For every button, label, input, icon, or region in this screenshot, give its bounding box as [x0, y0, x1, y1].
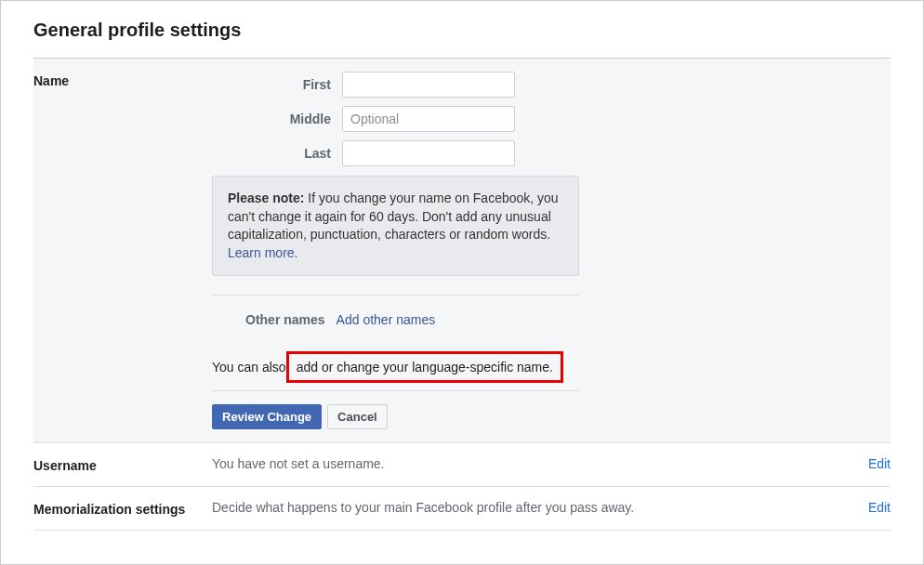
- username-section-label: Username: [33, 456, 212, 473]
- username-section-text: You have not set a username.: [212, 456, 835, 473]
- lang-specific-prefix: You can also: [212, 360, 286, 374]
- middle-name-label: Middle: [212, 112, 342, 126]
- page-title: General profile settings: [33, 20, 891, 41]
- language-specific-name-link[interactable]: add or change your language-specific nam…: [297, 360, 553, 374]
- name-change-note: Please note: If you change your name on …: [212, 176, 579, 276]
- username-edit-link[interactable]: Edit: [868, 456, 891, 471]
- review-change-button[interactable]: Review Change: [212, 404, 322, 429]
- settings-container: General profile settings Name First Midd…: [0, 0, 924, 565]
- name-section-label: Name: [33, 72, 212, 429]
- name-buttons-row: Review Change Cancel: [212, 390, 579, 429]
- add-other-names-link[interactable]: Add other names: [337, 312, 436, 327]
- first-name-row: First: [212, 72, 579, 98]
- memorialization-edit-link[interactable]: Edit: [868, 500, 891, 515]
- learn-more-link[interactable]: Learn more.: [228, 245, 297, 260]
- memorialization-section-text: Decide what happens to your main Faceboo…: [212, 500, 835, 517]
- last-name-input[interactable]: [342, 140, 515, 166]
- other-names-row: Other names Add other names: [212, 296, 579, 331]
- language-specific-row: You can also add or change your language…: [212, 351, 579, 383]
- last-name-row: Last: [212, 140, 579, 166]
- middle-name-row: Middle: [212, 106, 579, 132]
- first-name-label: First: [212, 77, 342, 92]
- middle-name-input[interactable]: [342, 106, 515, 132]
- username-section: Username You have not set a username. Ed…: [33, 443, 891, 487]
- name-section: Name First Middle Last Please note: If y…: [33, 59, 891, 443]
- highlight-box: add or change your language-specific nam…: [286, 351, 563, 383]
- cancel-button[interactable]: Cancel: [327, 404, 388, 429]
- first-name-input[interactable]: [342, 72, 515, 98]
- other-names-label: Other names: [245, 312, 325, 327]
- name-section-content: First Middle Last Please note: If you ch…: [212, 72, 579, 429]
- last-name-label: Last: [212, 146, 342, 161]
- note-prefix: Please note:: [228, 191, 304, 205]
- memorialization-section: Memorialization settings Decide what hap…: [33, 487, 891, 531]
- memorialization-section-label: Memorialization settings: [33, 500, 212, 517]
